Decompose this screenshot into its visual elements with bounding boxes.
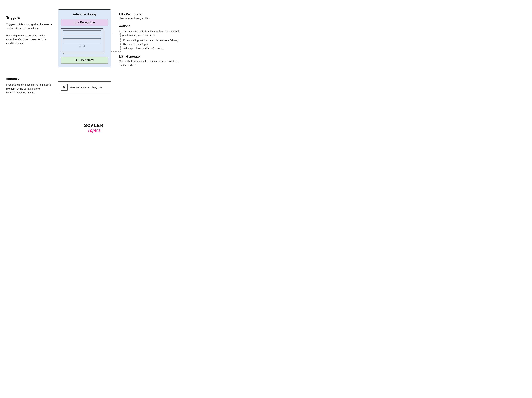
triggers-title: Triggers (6, 16, 53, 20)
center-column: Adaptive dialog LU - Recognizer L (58, 9, 111, 67)
lg-right-description: Creates bot's response to the user (answ… (119, 59, 181, 67)
lg-generator-box: LG - Generator (61, 57, 108, 64)
trigger-circles (63, 45, 101, 47)
topics-word: Topics (84, 127, 104, 133)
adaptive-dialog-box: Adaptive dialog LU - Recognizer L (58, 9, 111, 67)
triggers-description-1: Triggers initiate a dialog when the user… (6, 23, 53, 30)
page-container: Triggers Triggers initiate a dialog when… (0, 0, 188, 141)
lu-right-description: User input -> Intent, entities. (119, 17, 181, 20)
scaler-logo: SCALER Topics (84, 123, 104, 133)
triggers-section: Triggers Triggers initiate a dialog when… (6, 16, 53, 46)
lg-right-title: LG - Generator (119, 55, 181, 59)
actions-title: Actions (119, 24, 181, 28)
adaptive-dialog-title: Adaptive dialog (61, 13, 108, 16)
lu-right-title: LU - Recognizer (119, 13, 181, 16)
action-item-3: Ask a question to collect information. (120, 46, 181, 51)
actions-list: Do something, such as open the 'welcome'… (119, 39, 181, 51)
triggers-stack (61, 28, 108, 55)
action-item-1: Do something, such as open the 'welcome'… (120, 39, 181, 43)
lu-recognizer-box: LU - Recognizer (61, 19, 108, 26)
memory-box: M User, conversation, dialog, turn (58, 81, 111, 93)
trigger-line-1 (63, 30, 101, 34)
action-item-2: Respond to user input (120, 42, 181, 46)
memory-m-icon: M (61, 84, 68, 91)
trigger-circle-1 (79, 45, 81, 47)
memory-section: Memory Properties and values stored in t… (6, 77, 55, 95)
actions-description: Actions describe the instructions for ho… (119, 29, 181, 37)
trigger-circle-2 (82, 45, 85, 47)
right-column: LU - Recognizer User input -> Intent, en… (119, 13, 181, 67)
trigger-card-front (61, 28, 103, 52)
trigger-line-2 (63, 35, 101, 39)
trigger-line-3 (63, 40, 101, 43)
memory-title: Memory (6, 77, 55, 81)
triggers-description-2: Each Trigger has a condition and a colle… (6, 34, 53, 46)
memory-description: Properties and values stored in the bot'… (6, 83, 55, 95)
memory-box-text: User, conversation, dialog, turn (70, 86, 102, 89)
